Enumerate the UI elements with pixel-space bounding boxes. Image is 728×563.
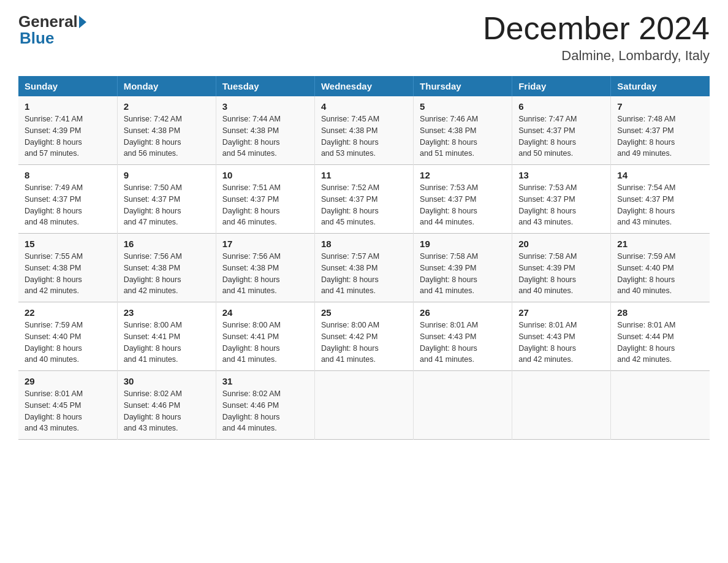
day-number: 3 bbox=[222, 101, 308, 112]
day-number: 12 bbox=[420, 170, 506, 180]
day-info: Sunrise: 8:01 AM Sunset: 4:44 PM Dayligh… bbox=[617, 320, 703, 366]
day-number: 9 bbox=[124, 170, 210, 180]
day-info: Sunrise: 7:53 AM Sunset: 4:37 PM Dayligh… bbox=[518, 182, 604, 228]
calendar-cell bbox=[314, 371, 413, 440]
day-number: 15 bbox=[25, 239, 111, 249]
calendar-cell: 1 Sunrise: 7:41 AM Sunset: 4:39 PM Dayli… bbox=[18, 96, 117, 165]
day-number: 8 bbox=[25, 170, 111, 180]
day-number: 4 bbox=[321, 101, 407, 112]
calendar-cell: 22 Sunrise: 7:59 AM Sunset: 4:40 PM Dayl… bbox=[18, 302, 117, 371]
day-number: 29 bbox=[25, 376, 111, 386]
day-info: Sunrise: 7:48 AM Sunset: 4:37 PM Dayligh… bbox=[617, 113, 703, 159]
calendar-cell: 18 Sunrise: 7:57 AM Sunset: 4:38 PM Dayl… bbox=[314, 234, 413, 302]
calendar-cell: 2 Sunrise: 7:42 AM Sunset: 4:38 PM Dayli… bbox=[117, 96, 216, 165]
week-row-2: 8 Sunrise: 7:49 AM Sunset: 4:37 PM Dayli… bbox=[18, 165, 710, 234]
calendar-cell bbox=[414, 371, 512, 440]
header-saturday: Saturday bbox=[611, 76, 710, 96]
calendar-cell: 19 Sunrise: 7:58 AM Sunset: 4:39 PM Dayl… bbox=[414, 234, 512, 302]
day-number: 17 bbox=[222, 239, 308, 249]
day-number: 22 bbox=[25, 307, 111, 318]
calendar-cell bbox=[512, 371, 611, 440]
day-number: 30 bbox=[124, 376, 210, 386]
day-number: 31 bbox=[222, 376, 308, 386]
page-header: General Blue December 2024 Dalmine, Lomb… bbox=[18, 12, 710, 64]
day-info: Sunrise: 8:02 AM Sunset: 4:46 PM Dayligh… bbox=[222, 388, 308, 434]
header-wednesday: Wednesday bbox=[314, 76, 413, 96]
day-number: 2 bbox=[124, 101, 210, 112]
calendar-cell: 7 Sunrise: 7:48 AM Sunset: 4:37 PM Dayli… bbox=[611, 96, 710, 165]
calendar-cell: 24 Sunrise: 8:00 AM Sunset: 4:41 PM Dayl… bbox=[216, 302, 314, 371]
week-row-4: 22 Sunrise: 7:59 AM Sunset: 4:40 PM Dayl… bbox=[18, 302, 710, 371]
day-number: 18 bbox=[321, 239, 407, 249]
calendar-cell: 20 Sunrise: 7:58 AM Sunset: 4:39 PM Dayl… bbox=[512, 234, 611, 302]
day-number: 28 bbox=[617, 307, 703, 318]
calendar-header-row: SundayMondayTuesdayWednesdayThursdayFrid… bbox=[18, 76, 710, 96]
day-number: 24 bbox=[222, 307, 308, 318]
day-info: Sunrise: 7:54 AM Sunset: 4:37 PM Dayligh… bbox=[617, 182, 703, 228]
calendar-cell: 3 Sunrise: 7:44 AM Sunset: 4:38 PM Dayli… bbox=[216, 96, 314, 165]
day-info: Sunrise: 7:53 AM Sunset: 4:37 PM Dayligh… bbox=[420, 182, 506, 228]
calendar-cell: 9 Sunrise: 7:50 AM Sunset: 4:37 PM Dayli… bbox=[117, 165, 216, 234]
day-info: Sunrise: 8:01 AM Sunset: 4:43 PM Dayligh… bbox=[420, 320, 506, 366]
day-number: 23 bbox=[124, 307, 210, 318]
day-number: 19 bbox=[420, 239, 506, 249]
day-number: 16 bbox=[124, 239, 210, 249]
calendar-cell: 28 Sunrise: 8:01 AM Sunset: 4:44 PM Dayl… bbox=[611, 302, 710, 371]
calendar-cell: 11 Sunrise: 7:52 AM Sunset: 4:37 PM Dayl… bbox=[314, 165, 413, 234]
day-info: Sunrise: 7:57 AM Sunset: 4:38 PM Dayligh… bbox=[321, 251, 407, 297]
calendar-cell: 15 Sunrise: 7:55 AM Sunset: 4:38 PM Dayl… bbox=[18, 234, 117, 302]
day-info: Sunrise: 7:41 AM Sunset: 4:39 PM Dayligh… bbox=[25, 113, 111, 159]
day-info: Sunrise: 7:56 AM Sunset: 4:38 PM Dayligh… bbox=[124, 251, 210, 297]
calendar-cell: 13 Sunrise: 7:53 AM Sunset: 4:37 PM Dayl… bbox=[512, 165, 611, 234]
day-number: 5 bbox=[420, 101, 506, 112]
header-monday: Monday bbox=[117, 76, 216, 96]
day-info: Sunrise: 7:52 AM Sunset: 4:37 PM Dayligh… bbox=[321, 182, 407, 228]
day-number: 26 bbox=[420, 307, 506, 318]
day-info: Sunrise: 7:59 AM Sunset: 4:40 PM Dayligh… bbox=[25, 320, 111, 366]
calendar-cell: 8 Sunrise: 7:49 AM Sunset: 4:37 PM Dayli… bbox=[18, 165, 117, 234]
day-number: 20 bbox=[518, 239, 604, 249]
calendar-table: SundayMondayTuesdayWednesdayThursdayFrid… bbox=[18, 76, 710, 440]
calendar-cell: 17 Sunrise: 7:56 AM Sunset: 4:38 PM Dayl… bbox=[216, 234, 314, 302]
calendar-cell: 25 Sunrise: 8:00 AM Sunset: 4:42 PM Dayl… bbox=[314, 302, 413, 371]
calendar-cell bbox=[611, 371, 710, 440]
logo-blue-text: Blue bbox=[20, 29, 54, 47]
day-info: Sunrise: 7:47 AM Sunset: 4:37 PM Dayligh… bbox=[518, 113, 604, 159]
day-info: Sunrise: 8:01 AM Sunset: 4:45 PM Dayligh… bbox=[25, 388, 111, 434]
calendar-cell: 31 Sunrise: 8:02 AM Sunset: 4:46 PM Dayl… bbox=[216, 371, 314, 440]
calendar-cell: 16 Sunrise: 7:56 AM Sunset: 4:38 PM Dayl… bbox=[117, 234, 216, 302]
day-info: Sunrise: 7:44 AM Sunset: 4:38 PM Dayligh… bbox=[222, 113, 308, 159]
day-info: Sunrise: 7:42 AM Sunset: 4:38 PM Dayligh… bbox=[124, 113, 210, 159]
calendar-cell: 14 Sunrise: 7:54 AM Sunset: 4:37 PM Dayl… bbox=[611, 165, 710, 234]
day-info: Sunrise: 7:58 AM Sunset: 4:39 PM Dayligh… bbox=[420, 251, 506, 297]
day-info: Sunrise: 7:59 AM Sunset: 4:40 PM Dayligh… bbox=[617, 251, 703, 297]
header-tuesday: Tuesday bbox=[216, 76, 314, 96]
logo: General Blue bbox=[18, 12, 88, 48]
week-row-1: 1 Sunrise: 7:41 AM Sunset: 4:39 PM Dayli… bbox=[18, 96, 710, 165]
day-info: Sunrise: 7:50 AM Sunset: 4:37 PM Dayligh… bbox=[124, 182, 210, 228]
day-number: 10 bbox=[222, 170, 308, 180]
day-info: Sunrise: 8:00 AM Sunset: 4:42 PM Dayligh… bbox=[321, 320, 407, 366]
day-number: 11 bbox=[321, 170, 407, 180]
logo-arrow-icon bbox=[79, 16, 86, 28]
calendar-cell: 5 Sunrise: 7:46 AM Sunset: 4:38 PM Dayli… bbox=[414, 96, 512, 165]
calendar-cell: 23 Sunrise: 8:00 AM Sunset: 4:41 PM Dayl… bbox=[117, 302, 216, 371]
day-number: 7 bbox=[617, 101, 703, 112]
day-info: Sunrise: 8:00 AM Sunset: 4:41 PM Dayligh… bbox=[124, 320, 210, 366]
title-section: December 2024 Dalmine, Lombardy, Italy bbox=[483, 12, 710, 64]
day-info: Sunrise: 7:51 AM Sunset: 4:37 PM Dayligh… bbox=[222, 182, 308, 228]
day-info: Sunrise: 7:56 AM Sunset: 4:38 PM Dayligh… bbox=[222, 251, 308, 297]
day-number: 13 bbox=[518, 170, 604, 180]
day-number: 1 bbox=[25, 101, 111, 112]
calendar-cell: 4 Sunrise: 7:45 AM Sunset: 4:38 PM Dayli… bbox=[314, 96, 413, 165]
calendar-cell: 10 Sunrise: 7:51 AM Sunset: 4:37 PM Dayl… bbox=[216, 165, 314, 234]
day-number: 27 bbox=[518, 307, 604, 318]
header-friday: Friday bbox=[512, 76, 611, 96]
calendar-cell: 21 Sunrise: 7:59 AM Sunset: 4:40 PM Dayl… bbox=[611, 234, 710, 302]
day-info: Sunrise: 8:01 AM Sunset: 4:43 PM Dayligh… bbox=[518, 320, 604, 366]
calendar-cell: 6 Sunrise: 7:47 AM Sunset: 4:37 PM Dayli… bbox=[512, 96, 611, 165]
week-row-5: 29 Sunrise: 8:01 AM Sunset: 4:45 PM Dayl… bbox=[18, 371, 710, 440]
week-row-3: 15 Sunrise: 7:55 AM Sunset: 4:38 PM Dayl… bbox=[18, 234, 710, 302]
day-number: 25 bbox=[321, 307, 407, 318]
day-info: Sunrise: 7:58 AM Sunset: 4:39 PM Dayligh… bbox=[518, 251, 604, 297]
